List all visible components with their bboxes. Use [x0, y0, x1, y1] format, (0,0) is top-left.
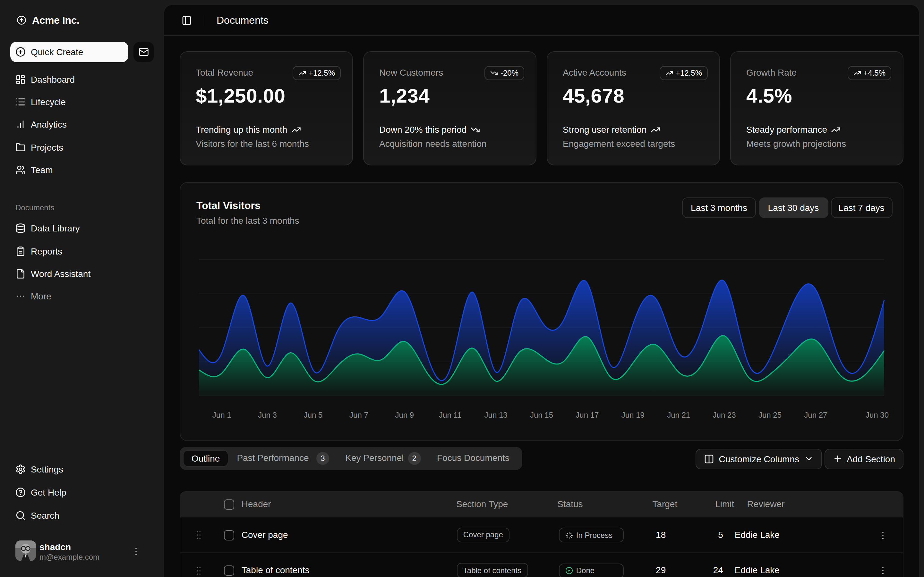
svg-text:Jun 27: Jun 27: [804, 411, 827, 419]
svg-text:Jun 5: Jun 5: [304, 411, 323, 419]
svg-text:Jun 15: Jun 15: [530, 411, 553, 419]
svg-text:Jun 11: Jun 11: [439, 411, 461, 419]
svg-text:Jun 3: Jun 3: [258, 411, 277, 419]
svg-text:Jun 30: Jun 30: [866, 411, 889, 419]
svg-text:Jun 23: Jun 23: [713, 411, 736, 419]
svg-text:Jun 1: Jun 1: [212, 411, 231, 419]
svg-text:Jun 21: Jun 21: [667, 411, 690, 419]
svg-text:Jun 7: Jun 7: [349, 411, 368, 419]
svg-text:Jun 13: Jun 13: [485, 411, 507, 419]
svg-text:Jun 17: Jun 17: [575, 411, 599, 419]
svg-text:Jun 25: Jun 25: [758, 411, 782, 419]
svg-text:Jun 9: Jun 9: [395, 411, 414, 419]
svg-text:Jun 19: Jun 19: [622, 411, 645, 419]
